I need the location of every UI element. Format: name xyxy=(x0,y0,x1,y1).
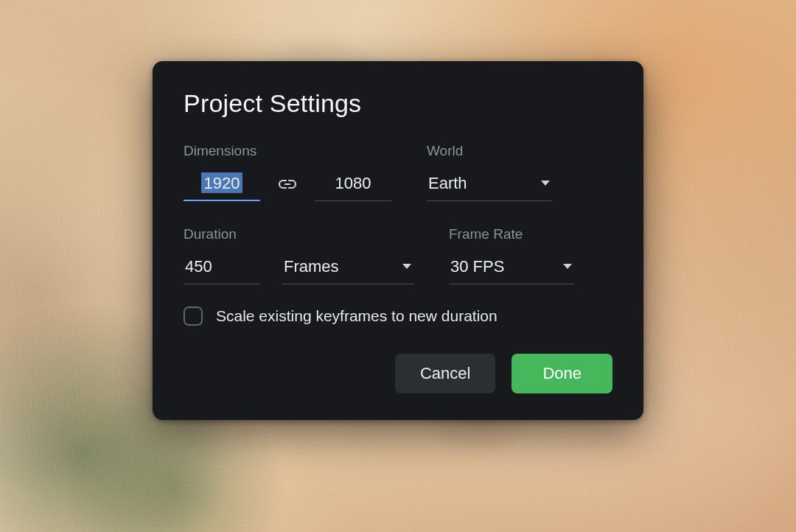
scale-keyframes-row: Scale existing keyframes to new duration xyxy=(184,307,612,326)
world-value: Earth xyxy=(428,174,467,193)
world-group: World Earth xyxy=(427,143,552,201)
duration-group: Duration Frames xyxy=(184,226,413,284)
chevron-down-icon xyxy=(562,263,573,270)
frame-rate-select[interactable]: 30 FPS xyxy=(449,254,574,284)
frame-rate-value: 30 FPS xyxy=(450,257,504,276)
dimensions-inputs xyxy=(184,171,391,201)
scale-keyframes-label: Scale existing keyframes to new duration xyxy=(216,307,498,325)
duration-unit-select[interactable]: Frames xyxy=(282,254,413,284)
world-select[interactable]: Earth xyxy=(427,171,552,201)
row-duration-framerate: Duration Frames Frame Rate 30 FPS xyxy=(184,226,612,284)
chevron-down-icon xyxy=(402,263,412,270)
height-input[interactable] xyxy=(315,171,391,201)
dialog-actions: Cancel Done xyxy=(184,354,612,393)
world-label: World xyxy=(427,143,552,159)
dimensions-label: Dimensions xyxy=(184,143,391,159)
project-settings-dialog: Project Settings Dimensions xyxy=(153,61,643,420)
duration-label: Duration xyxy=(184,226,413,242)
row-dimensions-world: Dimensions World Earth xyxy=(184,143,612,201)
dialog-title: Project Settings xyxy=(184,89,612,118)
link-icon[interactable] xyxy=(276,177,298,196)
scale-keyframes-checkbox[interactable] xyxy=(184,307,203,326)
frame-rate-group: Frame Rate 30 FPS xyxy=(449,226,574,284)
cancel-button[interactable]: Cancel xyxy=(395,354,495,393)
frame-rate-label: Frame Rate xyxy=(449,226,574,242)
duration-input[interactable] xyxy=(184,254,260,284)
done-button[interactable]: Done xyxy=(512,354,612,393)
chevron-down-icon xyxy=(540,180,551,187)
dimensions-group: Dimensions xyxy=(184,143,391,201)
duration-unit-value: Frames xyxy=(284,257,339,276)
width-input[interactable] xyxy=(184,171,260,201)
